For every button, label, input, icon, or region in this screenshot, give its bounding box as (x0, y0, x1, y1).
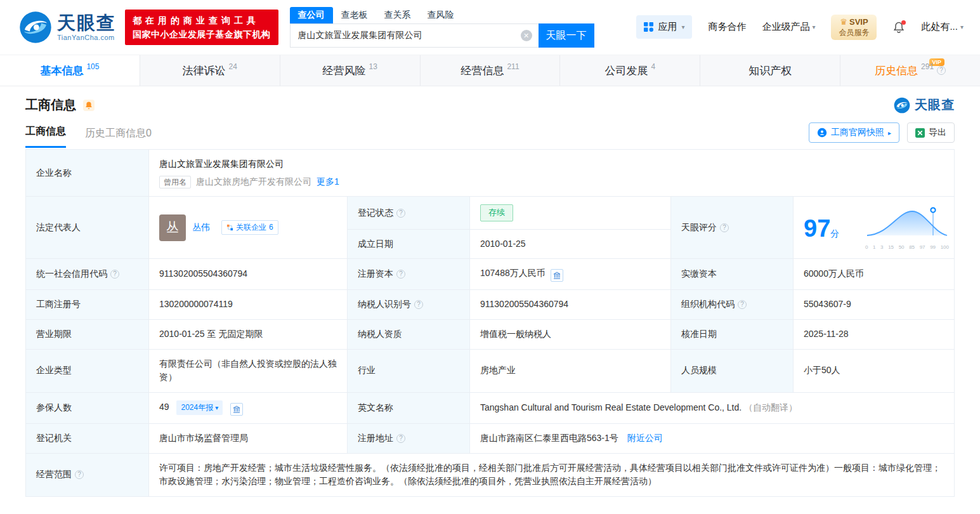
help-icon[interactable] (75, 470, 84, 479)
tab-history-info[interactable]: VIP 历史信息 291 (840, 55, 980, 86)
search-tab-relation[interactable]: 查关系 (376, 7, 419, 23)
taxpayer-quality: 增值税一般纳税人 (470, 319, 671, 349)
help-icon[interactable] (414, 300, 423, 309)
annual-report-label: 2024年报 (181, 402, 213, 414)
search-tab-company[interactable]: 查公司 (290, 7, 333, 23)
search-tab-boss[interactable]: 查老板 (333, 7, 376, 23)
tab-label: 公司发展 (605, 63, 648, 78)
taxpayer-id-label-cell: 纳税人识别号 (348, 290, 470, 320)
score-label: 天眼评分 (681, 222, 717, 232)
export-button[interactable]: 导出 (907, 122, 955, 143)
tab-intellectual-property[interactable]: 知识产权 (700, 55, 840, 86)
industry: 房地产业 (470, 349, 671, 392)
nearby-companies-link[interactable]: 附近公司 (627, 433, 663, 443)
score-value: 97 (804, 215, 830, 242)
english-name: Tangshan Cultural and Tourism Real Estat… (480, 402, 742, 412)
tab-count: 4 (651, 62, 656, 71)
help-icon[interactable] (396, 209, 405, 218)
tab-count: 13 (369, 62, 377, 71)
nav-enterprise[interactable]: 企业级产品 ▾ (762, 21, 815, 33)
company-name-label: 企业名称 (26, 150, 149, 197)
notification-bell-icon[interactable] (892, 21, 905, 34)
promo-line2: 国家中小企业发展子基金旗下机构 (133, 27, 271, 41)
official-snapshot-button[interactable]: 工商官网快照 ▸ (809, 122, 899, 143)
annual-report-badge[interactable]: 2024年报 ▾ (176, 400, 223, 415)
establish-date-label: 成立日期 (348, 229, 470, 259)
paid-capital-label: 实缴资本 (671, 259, 794, 290)
tianyancha-logo[interactable]: 天眼查 TianYanCha.com (19, 11, 116, 44)
tianyan-score[interactable]: 97分 (804, 206, 949, 252)
chevron-down-icon: ▾ (681, 23, 684, 30)
auto-translate-note: （自动翻译） (744, 402, 797, 412)
search-tab-risk[interactable]: 查风险 (419, 7, 462, 23)
approval-date: 2025-11-28 (794, 319, 955, 349)
search-area: 查公司 查老板 查关系 查风险 ✕ 天眼一下 (290, 7, 594, 48)
subscribe-bell-icon[interactable] (82, 99, 95, 112)
search-button[interactable]: 天眼一下 (539, 23, 594, 48)
svip-member-badge[interactable]: ♛ SVIP 会员服务 (831, 15, 877, 40)
snapshot-label: 工商官网快照 (831, 127, 884, 138)
clear-icon[interactable]: ✕ (521, 30, 532, 41)
help-icon[interactable] (720, 223, 729, 232)
tab-business-info[interactable]: 经营信息 211 (421, 55, 561, 86)
nav-cooperation[interactable]: 商务合作 (708, 21, 746, 33)
business-term-label: 营业期限 (26, 319, 149, 349)
apps-menu[interactable]: 应用 ▾ (636, 15, 692, 39)
chevron-down-icon: ▾ (812, 23, 815, 30)
help-icon[interactable] (937, 66, 946, 75)
arrow-right-icon: ▸ (888, 129, 891, 136)
more-former-names-link[interactable]: 更多1 (317, 175, 339, 189)
insured-label: 参保人数 (26, 392, 149, 423)
tab-label: 基本信息 (40, 63, 83, 78)
tab-legal[interactable]: 法律诉讼 24 (140, 55, 280, 86)
svip-label: SVIP (849, 17, 868, 28)
legal-rep-label: 法定代表人 (26, 197, 149, 259)
status-badge: 存续 (480, 204, 513, 221)
help-icon[interactable] (396, 434, 405, 443)
org-code-label-cell: 组织机构代码 (671, 290, 794, 320)
former-name-badge: 曾用名 (159, 176, 191, 188)
tab-count: 105 (86, 62, 99, 71)
business-scope-label-cell: 经营范围 (26, 453, 149, 496)
subtab-business-info[interactable]: 工商信息 (25, 125, 66, 148)
related-companies-label: 关联企业 (236, 221, 266, 234)
main-tabbar: 基本信息 105 法律诉讼 24 经营风险 13 经营信息 211 公司发展 4… (0, 55, 980, 86)
reg-address-label: 注册地址 (358, 433, 393, 443)
tab-company-development[interactable]: 公司发展 4 (560, 55, 700, 86)
tab-basic-info[interactable]: 基本信息 105 (0, 55, 140, 86)
tab-label: 历史信息 (875, 63, 918, 78)
help-icon[interactable] (110, 270, 119, 279)
search-input[interactable] (290, 23, 539, 48)
header-nav: 应用 ▾ 商务合作 企业级产品 ▾ ♛ SVIP 会员服务 此处有... ▾ (636, 15, 964, 40)
org-code: 55043607-9 (794, 290, 955, 320)
capital-compare-icon[interactable] (551, 269, 563, 282)
reg-number-label: 工商注册号 (26, 290, 149, 320)
reg-authority: 唐山市市场监督管理局 (149, 423, 348, 453)
tab-label: 经营风险 (322, 63, 365, 78)
user-menu[interactable]: 此处有... ▾ (921, 21, 964, 33)
help-icon[interactable] (396, 270, 405, 279)
taxpayer-id-label: 纳税人识别号 (358, 299, 411, 309)
table-row: 统一社会信用代码 911302005504360794 注册资本 107488万… (26, 259, 955, 290)
subtab-history-business-info[interactable]: 历史工商信息0 (85, 127, 152, 148)
section-title: 工商信息 (25, 96, 76, 114)
reg-number: 130200000074119 (149, 290, 348, 320)
apps-label: 应用 (658, 21, 677, 33)
brand-domain: TianYanCha.com (57, 34, 116, 42)
company-name: 唐山文旅置业发展集团有限公司 (159, 157, 944, 171)
top-header: 天眼查 TianYanCha.com 都在用的商业查询工具 国家中小企业发展子基… (0, 0, 980, 55)
table-row: 参保人数 49 2024年报 ▾ 英文名称 Tangshan Cultural … (26, 392, 955, 423)
tab-label: 法律诉讼 (183, 63, 226, 78)
tianyancha-logo-icon (19, 11, 52, 44)
score-chart: 0131550859799100 (865, 206, 949, 252)
related-companies-badge[interactable]: 关联企业 6 (221, 220, 278, 235)
legal-rep-link[interactable]: 丛伟 (192, 221, 210, 235)
legal-rep-avatar[interactable]: 丛 (159, 214, 186, 241)
section-watermark-logo: 天眼查 (894, 96, 955, 114)
insured-compare-icon[interactable] (230, 403, 243, 416)
help-icon[interactable] (738, 300, 747, 309)
brand-name: 天眼查 (57, 13, 116, 34)
tab-operating-risk[interactable]: 经营风险 13 (280, 55, 421, 86)
score-marker (931, 208, 935, 212)
staff-size: 小于50人 (794, 349, 955, 392)
